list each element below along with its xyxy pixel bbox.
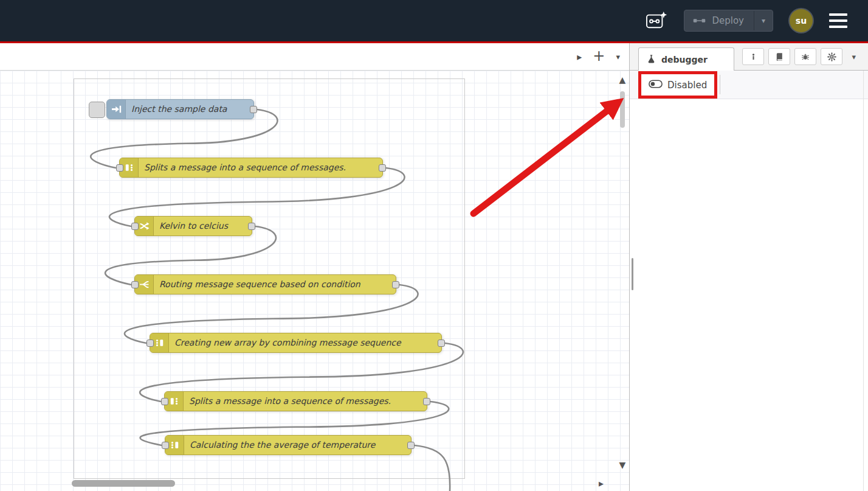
canvas-horizontal-scrollbar[interactable] [72, 480, 175, 487]
node-label: Calculating the the average of temperatu… [190, 436, 375, 454]
annotation-red-box: Disabled [638, 71, 717, 99]
workspace-list-chevron-icon[interactable]: ▾ [616, 52, 620, 61]
canvas-scroll-up-icon[interactable]: ▲ [616, 75, 629, 85]
flow-node-split-2[interactable]: Splits a message into a sequence of mess… [164, 391, 427, 411]
sidebar-scrollbar-track[interactable] [863, 71, 864, 491]
inject-icon [107, 100, 126, 119]
node-output-port[interactable] [250, 106, 257, 113]
canvas-scroll-down-icon[interactable]: ▼ [616, 460, 629, 470]
workspace-tab-controls: ▸ + ▾ [577, 43, 620, 70]
node-label: Splits a message into a sequence of mess… [189, 392, 391, 411]
node-output-port[interactable] [248, 223, 255, 230]
canvas-vertical-scrollbar[interactable] [620, 91, 625, 128]
settings-gear-button[interactable] [821, 48, 842, 65]
nodes-layer: Inject the sample dataSplits a message i… [0, 71, 629, 491]
sidebar: debugger ▾ [629, 43, 868, 491]
toolbar-separator [720, 75, 720, 94]
node-input-port[interactable] [116, 164, 123, 172]
flow-node-change[interactable]: Kelvin to celcius [134, 216, 252, 236]
sidebar-menu-chevron-icon[interactable]: ▾ [852, 52, 856, 61]
node-input-port[interactable] [146, 340, 154, 347]
tab-debugger[interactable]: debugger [638, 47, 734, 71]
node-output-port[interactable] [407, 442, 415, 449]
flow-node-switch[interactable]: Routing message sequence based on condit… [134, 274, 396, 294]
node-label: Splits a message into a sequence of mess… [144, 158, 346, 177]
flow-canvas[interactable]: Inject the sample dataSplits a message i… [0, 71, 629, 491]
node-input-port[interactable] [131, 281, 139, 288]
info-button[interactable] [742, 48, 764, 65]
avatar-initials: su [796, 16, 807, 26]
inject-run-button[interactable] [89, 102, 105, 118]
flow-node-join[interactable]: Creating new array by combining message … [150, 333, 442, 353]
toggle-off-icon [649, 80, 663, 91]
header-accent-line [0, 41, 868, 43]
workspace-scroll-right-icon[interactable]: ▸ [577, 51, 582, 63]
flask-icon [647, 54, 656, 65]
header-actions: Deploy ▾ su [646, 9, 847, 32]
disabled-label: Disabled [667, 80, 707, 91]
sidebar-resize-handle[interactable] [632, 258, 633, 290]
node-input-port[interactable] [161, 398, 168, 405]
deploy-button[interactable]: Deploy ▾ [684, 10, 773, 32]
tab-label: debugger [661, 55, 708, 64]
debugger-toolbar: Disabled [630, 71, 868, 99]
node-label: Kelvin to celcius [159, 217, 228, 235]
docs-button[interactable] [768, 48, 790, 65]
debug-bug-button[interactable] [794, 48, 816, 65]
ai-flow-icon[interactable] [646, 11, 667, 30]
sidebar-tabbar: debugger ▾ [630, 43, 868, 71]
node-output-port[interactable] [423, 398, 430, 405]
header-bar: Deploy ▾ su [0, 0, 868, 41]
node-label: Inject the sample data [131, 100, 227, 119]
node-red-app: Deploy ▾ su ▸ + ▾ Inject the sample data… [0, 0, 868, 491]
workspace-add-tab-button[interactable]: + [593, 47, 605, 64]
node-output-port[interactable] [392, 281, 399, 288]
flow-node-inject[interactable]: Inject the sample data [106, 99, 254, 119]
flow-node-average[interactable]: Calculating the the average of temperatu… [165, 435, 412, 455]
workspace-tabstrip: ▸ + ▾ [0, 43, 629, 71]
canvas-scroll-right-icon[interactable]: ▸ [599, 478, 604, 489]
main-menu-icon[interactable] [829, 13, 847, 28]
node-input-port[interactable] [131, 223, 139, 230]
user-avatar[interactable]: su [790, 9, 813, 32]
node-output-port[interactable] [379, 164, 386, 172]
sidebar-buttons: ▾ [742, 48, 856, 65]
node-input-port[interactable] [162, 442, 169, 449]
node-label: Creating new array by combining message … [174, 333, 401, 352]
deploy-nodes-icon [684, 17, 712, 24]
debugger-content [630, 99, 868, 491]
node-label: Routing message sequence based on condit… [159, 275, 360, 294]
node-output-port[interactable] [438, 340, 445, 347]
deploy-label: Deploy [712, 15, 754, 26]
flow-node-split-1[interactable]: Splits a message into a sequence of mess… [119, 158, 383, 178]
debugger-disabled-toggle[interactable]: Disabled [641, 74, 714, 96]
deploy-options-chevron-icon[interactable]: ▾ [754, 16, 773, 25]
